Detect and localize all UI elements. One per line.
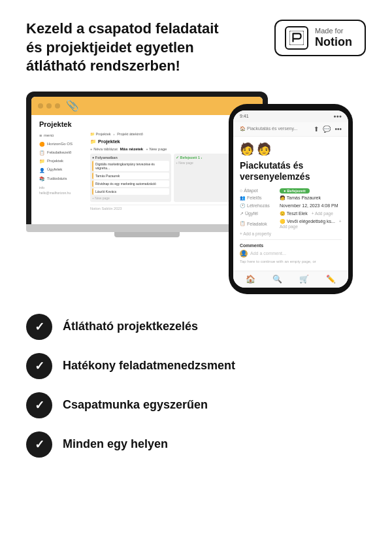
phone-nav-icons: ⬆ 💬 ••• [314, 126, 342, 133]
devices-section: 📎 Projektek ≡ menü 🟠 [26, 92, 366, 294]
phone-body: 🧑 🧑 Piackutatás és versenyelemzés ○ Álla… [233, 137, 348, 271]
property-row-felelős: 👥 Felelős 🧑 Tamás Pazaurek [240, 195, 342, 201]
comment-icon[interactable]: 💬 [323, 126, 331, 133]
property-label-feladatok: 📋 Feladatok [240, 221, 276, 226]
kanban-card: Digitális marketingkampány tervezése és … [92, 161, 169, 171]
phone-bottom-nav: 🏠 🔍 🛒 ✏️ [233, 271, 348, 288]
avatar-small: 👤 [240, 250, 248, 258]
laptop-content: Projektek ≡ menü 🟠 HorizonGo OS [31, 115, 263, 216]
feature-text-4: Minden egy helyen [63, 437, 168, 452]
more-icon[interactable]: ••• [335, 126, 342, 133]
phone-comment-input: 👤 Add a comment... [240, 250, 342, 258]
property-label-felelős: 👥 Felelős [240, 195, 276, 201]
sidebar-label: menü [44, 133, 54, 139]
share-icon[interactable]: ⬆ [314, 126, 319, 133]
sidebar-label: Projektek [47, 158, 63, 165]
phone-status-bar: 9:41 ●●● [233, 110, 348, 122]
kanban-card: Tamás Pazaurek [92, 173, 169, 179]
list-item: 📚 Tudásbázis [39, 175, 85, 182]
list-item: 📁 Projektek [39, 158, 85, 165]
add-page-ugyfel[interactable]: + Add page [312, 211, 333, 216]
property-label-letrehozas: 🕐 Létrehozás [240, 203, 276, 209]
sidebar-label: Tudásbázis [47, 176, 67, 182]
cart-nav-icon[interactable]: 🛒 [299, 275, 309, 284]
ugyfel-icon: ↗ [240, 211, 244, 216]
property-value-felelős: 🧑 Tamás Pazaurek [280, 195, 342, 201]
phone-emoji-row: 🧑 🧑 [240, 142, 342, 156]
dot-yellow [46, 103, 52, 109]
phone-tap-text: Tap here to continue with an empty page,… [240, 258, 342, 265]
add-property-btn[interactable]: + Add a property [240, 231, 342, 236]
sidebar-emoji: 📋 [39, 149, 45, 156]
list-item: 📋 Feladatkezelő [39, 149, 85, 156]
phone-status-left: 9:41 [240, 114, 249, 118]
phone-divider [240, 239, 342, 240]
sidebar-info: info [39, 185, 85, 190]
property-row-ugyfel: ↗ Ügyfél 😊 Teszt Elek + Add page [240, 211, 342, 216]
property-row-feladatok: 📋 Feladatok 🟡 Vevői elégedettség ks... +… [240, 219, 342, 229]
list-item: ≡ menü [39, 132, 85, 139]
feature-item-1: ✓ Átlátható projektkezelés [26, 314, 366, 340]
phone-screen: 9:41 ●●● 🏠 Piackutatás és verseny... ⬆ 💬… [233, 110, 348, 288]
sidebar-email: hello@mailhorizon.hu [39, 190, 85, 195]
comment-placeholder[interactable]: Add a comment... [250, 251, 286, 256]
phone-comments-section: Comments 👤 Add a comment... [240, 243, 342, 258]
laptop-screen-header: 📎 [31, 97, 263, 115]
laptop-sidebar: ≡ menü 🟠 HorizonGo OS 📋 Feladatkezelő [39, 132, 85, 210]
phone-breadcrumb: 🏠 Piackutatás és verseny... [240, 126, 297, 131]
notion-made-for: Made for [315, 27, 352, 35]
property-value-feladatok: 🟡 Vevői elégedettség ks... + Add page [280, 219, 342, 229]
phone-emoji2: 🧑 [257, 142, 271, 156]
feature-check-1: ✓ [26, 314, 52, 340]
phone-status-right: ●●● [333, 114, 342, 118]
status-icon: ○ [240, 188, 242, 193]
dot-red [38, 103, 43, 109]
notion-text: Made for Notion [315, 27, 352, 50]
phone-emoji: 🧑 [240, 142, 254, 156]
svg-rect-0 [289, 31, 304, 45]
notion-icon [285, 26, 308, 50]
laptop-screen-inner: 📎 Projektek ≡ menü 🟠 [31, 97, 263, 224]
features-section: ✓ Átlátható projektkezelés ✓ Hatékony fe… [26, 314, 366, 458]
checkmark-icon-4: ✓ [35, 437, 44, 452]
laptop-stand [114, 232, 180, 237]
add-page-feladatok[interactable]: + Add page [280, 219, 342, 229]
sidebar-emoji: 📚 [39, 175, 45, 182]
page-container: Kezeld a csapatod feladatait és projektj… [0, 0, 392, 555]
phone-title: Piackutatás és versenyelemzés [240, 160, 342, 183]
property-label-status: ○ Állapot [240, 188, 276, 193]
kanban-new-page: + New page [92, 196, 169, 200]
sidebar-emoji: 🟠 [39, 141, 45, 148]
feature-item-4: ✓ Minden egy helyen [26, 431, 366, 458]
search-nav-icon[interactable]: 🔍 [272, 275, 282, 284]
kanban-card: Rövidnap és egy marketing automatizáció [92, 180, 169, 187]
property-value-status: ● Befejezett [280, 188, 342, 193]
edit-nav-icon[interactable]: ✏️ [326, 275, 336, 284]
clock-icon: 🕐 [240, 203, 246, 209]
property-row-status: ○ Állapot ● Befejezett [240, 188, 342, 193]
sidebar-emoji: 👤 [39, 167, 45, 174]
property-label-ugyfel: ↗ Ügyfél [240, 211, 276, 216]
phone-outer: 9:41 ●●● 🏠 Piackutatás és verseny... ⬆ 💬… [229, 104, 353, 294]
feature-check-2: ✓ [26, 353, 52, 379]
sidebar-label: HorizonGo OS [47, 141, 73, 148]
feature-check-4: ✓ [26, 431, 52, 458]
phone-device: 9:41 ●●● 🏠 Piackutatás és verseny... ⬆ 💬… [229, 104, 353, 294]
checkmark-icon-3: ✓ [35, 398, 44, 412]
feature-check-3: ✓ [26, 392, 52, 418]
laptop-sidebar-content: ≡ menü 🟠 HorizonGo OS 📋 Feladatkezelő [39, 132, 255, 210]
feature-text-3: Csapatmunka egyszerűen [63, 397, 208, 412]
feature-text-1: Átlátható projektkezelés [63, 319, 198, 334]
feature-text-2: Hatékony feladatmenedzsment [63, 358, 235, 373]
headline: Kezeld a csapatod feladatait és projektj… [26, 20, 222, 76]
sidebar-label: Feladatkezelő [47, 150, 71, 156]
feladatok-icon: 📋 [240, 221, 246, 226]
dot-green [55, 103, 60, 109]
notion-badge: Made for Notion [274, 20, 366, 56]
sidebar-emoji: ≡ [39, 132, 42, 139]
checkmark-icon-1: ✓ [35, 320, 44, 334]
list-item: 🟠 HorizonGo OS [39, 141, 85, 148]
sidebar-emoji: 📁 [39, 158, 45, 165]
sidebar-label: Ügyfelek [47, 167, 62, 173]
home-nav-icon[interactable]: 🏠 [246, 275, 255, 284]
